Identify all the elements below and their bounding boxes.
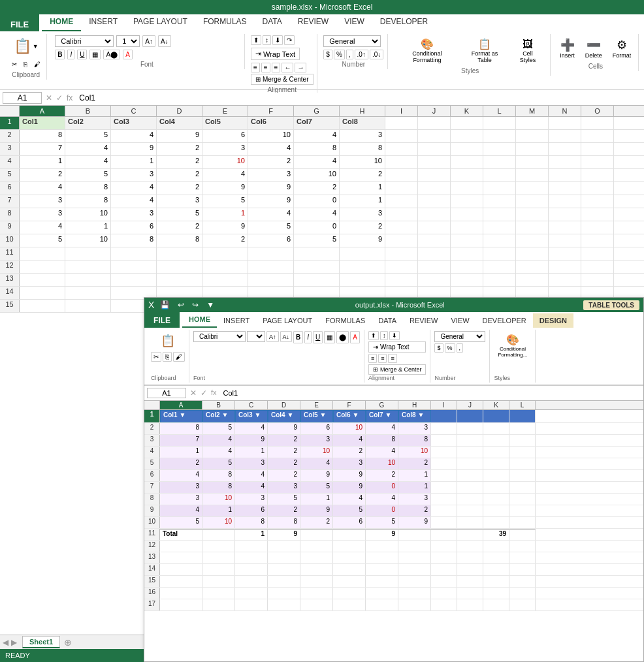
cell-D8[interactable]: 5: [157, 208, 202, 221]
currency-button[interactable]: $: [323, 50, 332, 59]
text-direction-button[interactable]: ↷: [284, 35, 295, 45]
cell-J5[interactable]: [418, 169, 451, 181]
cell-N6[interactable]: [549, 182, 581, 195]
sw-cell-G11[interactable]: 9: [366, 529, 398, 540]
sw-cell-D8[interactable]: 5: [268, 494, 300, 505]
comma-button[interactable]: ,: [346, 50, 353, 59]
second-tab-page-layout[interactable]: PAGE LAYOUT: [256, 313, 319, 328]
cell-A10[interactable]: 5: [20, 234, 65, 247]
cell-B9[interactable]: 1: [65, 221, 111, 234]
sw-cell-E3[interactable]: 3: [300, 435, 333, 446]
sw-cell-B8[interactable]: 10: [202, 494, 235, 505]
sw-font-family-dropdown[interactable]: Calibri: [193, 331, 246, 342]
cell-A2[interactable]: 8: [20, 130, 65, 142]
cell-N11[interactable]: [549, 247, 581, 260]
sw-col-C[interactable]: C: [235, 401, 268, 409]
sw-cell-E7[interactable]: 5: [300, 482, 333, 493]
cell-K1[interactable]: [451, 117, 483, 129]
cell-H8[interactable]: 3: [340, 208, 385, 221]
sw-col-A[interactable]: A: [160, 401, 202, 409]
sw-cell-A11[interactable]: Total: [160, 529, 202, 540]
sw-cell-G3[interactable]: 8: [366, 435, 398, 446]
cell-G5[interactable]: 10: [294, 169, 340, 181]
sw-comma-button[interactable]: ,: [457, 343, 464, 353]
cell-E11[interactable]: [202, 247, 248, 260]
paste-format-button[interactable]: 🖌: [32, 59, 42, 70]
cell-K12[interactable]: [451, 260, 483, 273]
sw-cell-E6[interactable]: 9: [300, 470, 333, 481]
sw-cell-C10[interactable]: 8: [235, 517, 268, 528]
second-tab-home[interactable]: HOME: [182, 312, 217, 328]
sw-cell-E1[interactable]: Col5 ▼: [300, 410, 333, 422]
cell-H13[interactable]: [340, 274, 385, 286]
cell-M9[interactable]: [516, 221, 549, 234]
cell-B8[interactable]: 10: [65, 208, 111, 221]
dec-decrease-button[interactable]: .0↓: [370, 50, 383, 59]
col-header-C[interactable]: C: [111, 106, 157, 116]
sw-cell-A10[interactable]: 5: [160, 517, 202, 528]
sw-col-E[interactable]: E: [300, 401, 333, 409]
sw-col-K[interactable]: K: [483, 401, 509, 409]
cell-H3[interactable]: 8: [340, 143, 385, 155]
sw-paste-button[interactable]: 📋: [157, 331, 179, 351]
sw-cell-A9[interactable]: 4: [160, 505, 202, 516]
merge-center-button[interactable]: ⊞ Merge & Center: [251, 74, 314, 85]
cell-N7[interactable]: [549, 195, 581, 208]
cell-B12[interactable]: [65, 260, 111, 273]
cell-C6[interactable]: 4: [111, 182, 157, 195]
sw-cell-D1[interactable]: Col4 ▼: [268, 410, 300, 422]
sw-cell-G1[interactable]: Col7 ▼: [366, 410, 398, 422]
cell-L6[interactable]: [483, 182, 516, 195]
font-size-dropdown[interactable]: 11: [116, 35, 140, 47]
sw-cell-D10[interactable]: 8: [268, 517, 300, 528]
cell-N3[interactable]: [549, 143, 581, 155]
cell-H7[interactable]: 1: [340, 195, 385, 208]
wrap-text-button[interactable]: ⇥ Wrap Text: [251, 48, 300, 60]
sw-merge-center-button[interactable]: ⊞ Merge & Center: [368, 364, 427, 375]
cell-F6[interactable]: 9: [248, 182, 294, 195]
cell-D1[interactable]: Col4: [157, 117, 202, 129]
sw-cell-A8[interactable]: 3: [160, 494, 202, 505]
sw-cell-B5[interactable]: 5: [202, 458, 235, 469]
sw-cell-F11[interactable]: [333, 529, 366, 540]
cell-J7[interactable]: [418, 195, 451, 208]
font-grow-button[interactable]: A↑: [142, 35, 155, 47]
cell-J8[interactable]: [418, 208, 451, 221]
sw-cell-B1[interactable]: Col2 ▼: [202, 410, 235, 422]
sw-cell-B10[interactable]: 10: [202, 517, 235, 528]
cell-C3[interactable]: 9: [111, 143, 157, 155]
cell-E6[interactable]: 9: [202, 182, 248, 195]
cell-I10[interactable]: [385, 234, 418, 247]
cell-D10[interactable]: 8: [157, 234, 202, 247]
cell-J12[interactable]: [418, 260, 451, 273]
cell-G1[interactable]: Col7: [294, 117, 340, 129]
cell-G11[interactable]: [294, 247, 340, 260]
sw-fill-color-button[interactable]: ⬤: [336, 331, 349, 343]
col-header-G[interactable]: G: [294, 106, 340, 116]
cell-K8[interactable]: [451, 208, 483, 221]
cell-O2[interactable]: [581, 130, 614, 142]
cell-L1[interactable]: [483, 117, 516, 129]
cell-J9[interactable]: [418, 221, 451, 234]
second-tab-insert[interactable]: INSERT: [217, 313, 256, 328]
sw-cell-B2[interactable]: 5: [202, 423, 235, 434]
sw-cell-F9[interactable]: 5: [333, 505, 366, 516]
cell-E12[interactable]: [202, 260, 248, 273]
cell-D11[interactable]: [157, 247, 202, 260]
cell-I11[interactable]: [385, 247, 418, 260]
cell-G9[interactable]: 0: [294, 221, 340, 234]
sw-cell-B7[interactable]: 8: [202, 482, 235, 493]
cell-C2[interactable]: 4: [111, 130, 157, 142]
cell-K10[interactable]: [451, 234, 483, 247]
sw-cancel-icon[interactable]: ✕: [190, 388, 197, 398]
cell-N1[interactable]: [549, 117, 581, 129]
cell-K3[interactable]: [451, 143, 483, 155]
cell-B10[interactable]: 10: [65, 234, 111, 247]
cell-O13[interactable]: [581, 274, 614, 286]
sw-cell-C5[interactable]: 3: [235, 458, 268, 469]
cell-A4[interactable]: 1: [20, 156, 65, 168]
col-header-K[interactable]: K: [451, 106, 483, 116]
cell-N12[interactable]: [549, 260, 581, 273]
sw-cell-F3[interactable]: 4: [333, 435, 366, 446]
fill-color-button[interactable]: A⬤: [103, 50, 120, 59]
